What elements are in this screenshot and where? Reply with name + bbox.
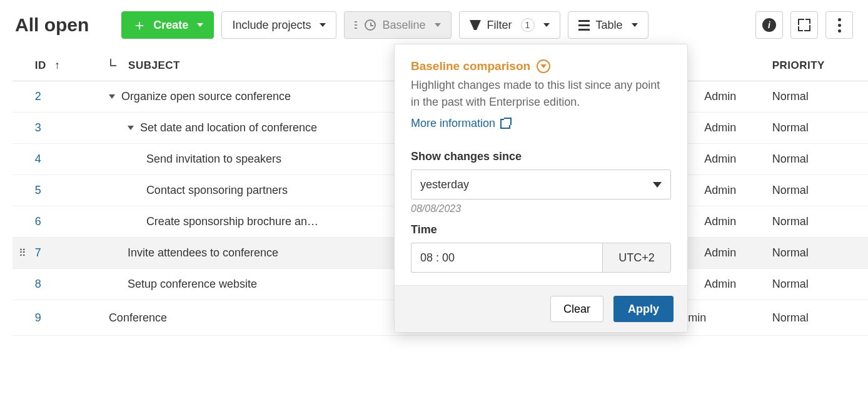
- chevron-down-icon: [632, 23, 638, 27]
- include-projects-button[interactable]: Include projects: [221, 11, 336, 39]
- priority-cell: Normal: [747, 300, 868, 336]
- assignee-name: Admin: [704, 153, 736, 166]
- more-info-link[interactable]: More information: [411, 117, 510, 130]
- assignee-name: Admin: [704, 121, 736, 134]
- drag-handle-cell: [13, 206, 29, 238]
- assignee-name: Admin: [704, 90, 736, 103]
- priority-cell: Normal: [747, 113, 868, 144]
- fullscreen-button[interactable]: [790, 11, 818, 39]
- priority-cell: Normal: [747, 81, 868, 113]
- create-label: Create: [153, 19, 188, 32]
- id-link[interactable]: 7: [35, 246, 41, 259]
- baseline-button[interactable]: Baseline: [344, 11, 451, 39]
- popup-title-row: Baseline comparison: [411, 59, 671, 73]
- id-link[interactable]: 2: [35, 90, 41, 103]
- toolbar: All open ＋ Create Include projects Basel…: [0, 0, 868, 50]
- timezone-box: UTC+2: [602, 243, 671, 273]
- subject-text[interactable]: Set date and location of conference: [140, 121, 317, 134]
- id-link[interactable]: 8: [35, 278, 41, 290]
- enterprise-badge-icon: [537, 59, 550, 73]
- id-cell: 4: [29, 144, 103, 175]
- filter-count-badge: 1: [521, 18, 535, 32]
- filter-button[interactable]: Filter 1: [459, 11, 560, 39]
- subject-text[interactable]: Invite attendees to conference: [128, 246, 278, 260]
- info-icon: i: [762, 18, 776, 32]
- assignee-name: Admin: [704, 184, 736, 197]
- expand-toggle-icon[interactable]: [128, 126, 134, 130]
- drag-handle-cell: [13, 81, 29, 113]
- popup-title: Baseline comparison: [411, 59, 530, 73]
- subject-text[interactable]: Organize open source conference: [121, 90, 291, 103]
- id-link[interactable]: 4: [35, 153, 41, 165]
- col-id[interactable]: ID ↑: [29, 50, 103, 81]
- id-cell: 5: [29, 175, 103, 206]
- include-projects-label: Include projects: [232, 19, 311, 32]
- subject-cell: Contact sponsoring partners: [103, 175, 391, 206]
- kebab-icon: [838, 18, 841, 33]
- more-actions-button[interactable]: [825, 11, 853, 39]
- col-handle: [13, 50, 29, 81]
- id-cell: 2: [29, 81, 103, 113]
- external-link-icon: [500, 119, 510, 129]
- view-mode-label: Table: [596, 19, 623, 32]
- assignee-name: Admin: [704, 278, 736, 291]
- time-label: Time: [411, 223, 671, 236]
- popup-footer: Clear Apply: [395, 285, 687, 332]
- drag-handle-cell: [13, 175, 29, 206]
- subject-cell: Create sponsorship brochure an…: [103, 206, 391, 238]
- baseline-label: Baseline: [382, 19, 425, 32]
- filter-label: Filter: [487, 19, 512, 32]
- id-cell: 7: [29, 238, 103, 269]
- view-mode-button[interactable]: Table: [568, 11, 648, 39]
- hierarchy-icon: [109, 59, 119, 69]
- subject-text[interactable]: Setup conference website: [128, 278, 257, 291]
- subject-cell: Organize open source conference: [103, 81, 391, 113]
- assignee-name: Admin: [704, 246, 736, 260]
- priority-cell: Normal: [747, 175, 868, 206]
- baseline-popup: Baseline comparison Highlight changes ma…: [394, 44, 688, 333]
- subject-text[interactable]: Conference: [109, 311, 167, 325]
- subject-text[interactable]: Send invitation to speakers: [146, 153, 281, 166]
- id-cell: 8: [29, 269, 103, 300]
- apply-button[interactable]: Apply: [613, 296, 674, 322]
- sort-asc-icon: ↑: [54, 59, 61, 71]
- info-button[interactable]: i: [755, 11, 783, 39]
- subject-cell: Setup conference website: [103, 269, 391, 300]
- create-button[interactable]: ＋ Create: [121, 11, 214, 39]
- baseline-lines-icon: [355, 21, 357, 29]
- drag-handle-cell: [13, 144, 29, 175]
- chevron-down-icon: [197, 23, 203, 27]
- priority-cell: Normal: [747, 238, 868, 269]
- subject-cell: Invite attendees to conference: [103, 238, 391, 269]
- filter-icon: [470, 20, 481, 30]
- drag-handle-cell: [13, 238, 29, 269]
- subject-text[interactable]: Contact sponsoring partners: [146, 184, 288, 197]
- since-date-hint: 08/08/2023: [411, 203, 671, 215]
- subject-text[interactable]: Create sponsorship brochure an…: [146, 215, 318, 228]
- expand-toggle-icon[interactable]: [109, 94, 115, 99]
- plus-icon: ＋: [132, 18, 147, 33]
- chevron-down-icon: [653, 182, 662, 188]
- assignee-name: Admin: [704, 215, 736, 228]
- id-link[interactable]: 5: [35, 184, 41, 196]
- since-value: yesterday: [420, 178, 469, 191]
- clear-button[interactable]: Clear: [550, 296, 603, 322]
- subject-cell: Conference: [103, 300, 391, 336]
- col-priority[interactable]: PRIORITY: [747, 50, 868, 81]
- since-select[interactable]: yesterday: [411, 169, 671, 199]
- id-link[interactable]: 9: [35, 311, 41, 324]
- priority-cell: Normal: [747, 206, 868, 238]
- col-subject[interactable]: SUBJECT: [103, 50, 391, 81]
- chevron-down-icon: [320, 23, 326, 27]
- subject-cell: Set date and location of conference: [103, 113, 391, 144]
- popup-description: Highlight changes made to this list sinc…: [411, 77, 671, 111]
- since-label: Show changes since: [411, 150, 671, 163]
- id-link[interactable]: 6: [35, 215, 41, 228]
- fullscreen-icon: [798, 19, 810, 31]
- id-cell: 6: [29, 206, 103, 238]
- drag-handle-icon[interactable]: [19, 246, 28, 255]
- id-cell: 3: [29, 113, 103, 144]
- time-input[interactable]: 08 : 00: [411, 243, 602, 273]
- drag-handle-cell: [13, 269, 29, 300]
- id-link[interactable]: 3: [35, 121, 41, 134]
